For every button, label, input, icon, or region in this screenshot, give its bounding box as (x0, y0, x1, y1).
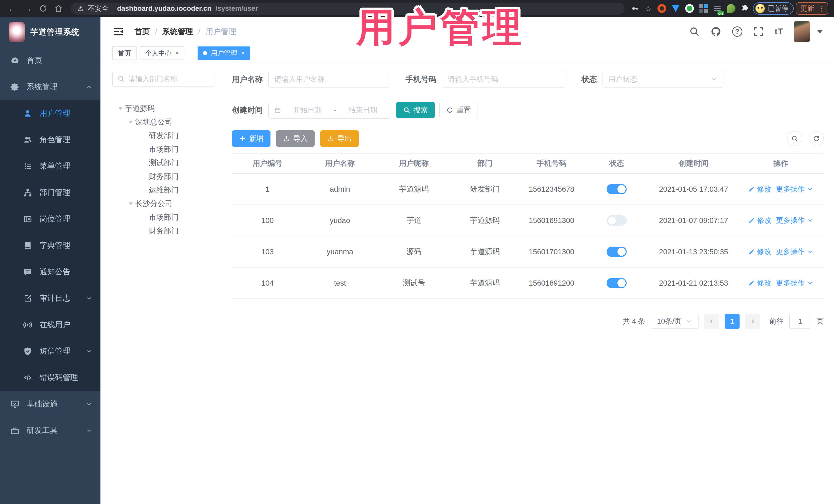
browser-menu-dots-icon[interactable]: ⋮ (818, 4, 825, 13)
sidebar-item-dict-mgmt[interactable]: 字典管理 (0, 232, 101, 259)
sidebar-item-error-code[interactable]: 错误码管理 (0, 365, 101, 391)
sidebar-item-infra[interactable]: 基础设施 (0, 391, 101, 417)
status-toggle[interactable] (607, 184, 627, 194)
extension-leaf-icon[interactable] (725, 3, 737, 14)
prev-page-button[interactable] (704, 314, 719, 329)
sidebar-item-user-mgmt[interactable]: 用户管理 (0, 100, 101, 127)
goto-page-input[interactable] (789, 314, 811, 329)
help-icon[interactable]: ? (732, 26, 742, 37)
cell-nickname: 测试号 (377, 278, 451, 288)
tree-node[interactable]: 测试部门 (112, 156, 228, 170)
extension-yudao-icon[interactable] (684, 3, 696, 14)
mobile-input[interactable] (448, 75, 559, 83)
sidebar-logo-row[interactable]: 芋道管理系统 (0, 17, 101, 47)
reset-button[interactable]: 重置 (439, 102, 478, 118)
browser-back-icon[interactable]: ← (6, 2, 19, 15)
tree-node[interactable]: 深圳总公司 (112, 115, 228, 129)
browser-update-button[interactable]: 更新 ⋮ (796, 2, 828, 15)
bookmark-star-icon[interactable]: ☆ (642, 3, 654, 14)
github-icon[interactable] (710, 26, 721, 37)
caret-down-icon[interactable] (129, 120, 133, 124)
browser-home-icon[interactable] (52, 2, 65, 15)
status-toggle[interactable] (607, 247, 627, 257)
sidebar-collapse-icon[interactable] (112, 26, 124, 38)
edit-link[interactable]: 修改 (748, 216, 771, 225)
profile-emoji-icon (755, 4, 765, 13)
sidebar-item-post-mgmt[interactable]: 岗位管理 (0, 206, 101, 232)
more-actions-link[interactable]: 更多操作 (776, 247, 813, 257)
profile-paused-badge[interactable]: 已暂停 (753, 2, 794, 15)
department-tree: 芋道源码 深圳总公司 研发部门 市场部门 测试部门 财务部门 运维部门 长沙分公… (112, 102, 228, 238)
extension-grid-icon[interactable] (698, 3, 709, 14)
tab-close-icon[interactable]: × (241, 49, 245, 57)
more-actions-link[interactable]: 更多操作 (776, 184, 813, 194)
department-search-input[interactable] (129, 75, 210, 83)
refresh-table-button[interactable] (809, 131, 824, 146)
sidebar-item-audit-log[interactable]: 审计日志 (0, 285, 101, 311)
tab-profile[interactable]: 个人中心 × (139, 46, 184, 60)
add-button[interactable]: 新增 (232, 130, 270, 147)
sidebar-item-notice[interactable]: 通知公告 (0, 259, 101, 285)
more-actions-link[interactable]: 更多操作 (776, 278, 813, 288)
date-range-picker[interactable]: 开始日期 - 结束日期 (268, 102, 391, 118)
edit-label: 修改 (757, 184, 771, 194)
tree-node[interactable]: 运维部门 (112, 183, 228, 197)
page-number-button[interactable]: 1 (725, 314, 740, 329)
next-page-button[interactable] (745, 314, 760, 329)
edit-link[interactable]: 修改 (748, 247, 771, 257)
status-toggle[interactable] (607, 215, 627, 225)
sidebar-item-home[interactable]: 首页 (0, 47, 101, 74)
edit-link[interactable]: 修改 (748, 278, 771, 288)
user-avatar[interactable] (794, 21, 810, 42)
sidebar-item-system[interactable]: 系统管理 (0, 74, 101, 100)
browser-reload-icon[interactable] (37, 2, 50, 15)
extension-list-on-icon[interactable]: on (711, 3, 723, 14)
sidebar-item-sms-mgmt[interactable]: 短信管理 (0, 338, 101, 365)
sidebar-item-role-mgmt[interactable]: 角色管理 (0, 127, 101, 153)
sidebar-item-dept-mgmt[interactable]: 部门管理 (0, 179, 101, 206)
tree-node[interactable]: 财务部门 (112, 224, 228, 238)
sidebar-item-online-users[interactable]: 在线用户 (0, 311, 101, 338)
breadcrumb-home[interactable]: 首页 (134, 26, 150, 37)
tree-node[interactable]: 财务部门 (112, 170, 228, 183)
sidebar-item-label: 研发工具 (27, 425, 79, 436)
import-button[interactable]: 导入 (276, 130, 314, 147)
address-bar[interactable]: ⚠ 不安全 dashboard.yudao.iocoder.cn/system/… (71, 3, 624, 15)
status-toggle[interactable] (607, 278, 627, 288)
tab-close-icon[interactable]: × (175, 49, 179, 57)
search-icon[interactable] (689, 26, 700, 37)
tab-home[interactable]: 首页 (112, 46, 136, 60)
breadcrumb-system[interactable]: 系统管理 (162, 26, 193, 37)
status-select[interactable]: 用户状态 (602, 71, 723, 88)
page-size-select[interactable]: 10条/页 (651, 314, 699, 329)
extension-drop-icon[interactable] (670, 3, 682, 14)
browser-forward-icon[interactable]: → (21, 2, 35, 15)
extensions-puzzle-icon[interactable] (739, 3, 751, 14)
tree-node[interactable]: 研发部门 (112, 129, 228, 143)
tree-node[interactable]: 市场部门 (112, 143, 228, 156)
tree-node[interactable]: 市场部门 (112, 211, 228, 224)
total-count: 共 4 条 (623, 316, 645, 326)
caret-down-icon[interactable] (129, 202, 133, 205)
more-actions-link[interactable]: 更多操作 (776, 216, 813, 225)
edit-link[interactable]: 修改 (748, 184, 771, 194)
caret-down-icon[interactable] (118, 107, 123, 110)
cell-user-id: 1 (232, 185, 303, 194)
extension-ubuntu-icon[interactable] (656, 3, 668, 14)
tree-node[interactable]: 长沙分公司 (112, 197, 228, 211)
export-button[interactable]: 导出 (320, 130, 359, 147)
tree-node[interactable]: 芋道源码 (112, 102, 228, 115)
sidebar-item-devtools[interactable]: 研发工具 (0, 417, 101, 444)
username-input[interactable] (274, 75, 383, 83)
cell-dept: 芋道源码 (451, 278, 519, 288)
fullscreen-icon[interactable] (753, 26, 764, 37)
show-search-button[interactable] (787, 131, 802, 146)
font-size-icon[interactable]: tT (775, 27, 783, 37)
user-icon (23, 109, 32, 118)
sidebar-item-menu-mgmt[interactable]: 菜单管理 (0, 153, 101, 179)
tab-user-mgmt[interactable]: 用户管理 × (198, 46, 250, 60)
export-button-label: 导出 (337, 134, 352, 144)
avatar-caret-icon[interactable] (817, 30, 823, 34)
search-button[interactable]: 搜索 (396, 102, 435, 118)
password-key-icon[interactable] (629, 3, 640, 14)
